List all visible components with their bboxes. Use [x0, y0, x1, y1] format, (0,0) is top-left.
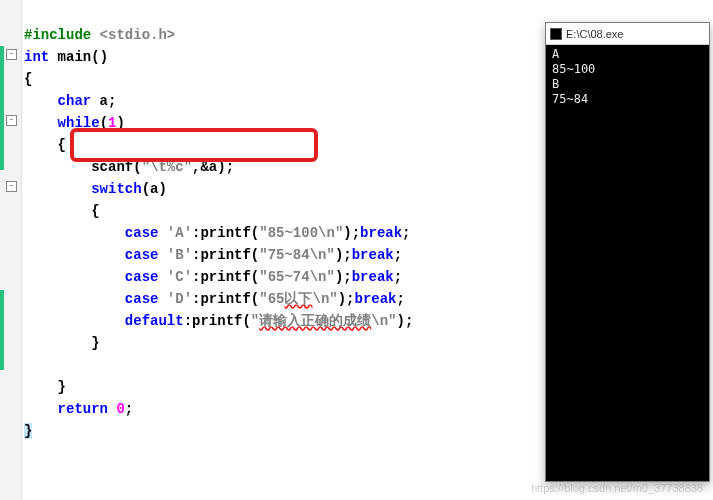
switch-arg: (a): [142, 181, 167, 197]
string: "75~84\n": [259, 247, 335, 263]
kw-case: case: [125, 269, 159, 285]
end: );: [335, 247, 352, 263]
console-window[interactable]: E:\C\08.exe A 85~100 B 75~84: [545, 22, 710, 482]
var-a: a;: [91, 93, 116, 109]
semi: ;: [125, 401, 133, 417]
brace: {: [91, 203, 99, 219]
console-icon: [550, 28, 562, 40]
code-area[interactable]: #include <stdio.h> int main() { char a; …: [24, 2, 413, 464]
string-post: \n": [371, 313, 396, 329]
semi: ;: [394, 269, 402, 285]
semi: ;: [397, 291, 405, 307]
kw-break: break: [360, 225, 402, 241]
kw-switch: switch: [91, 181, 141, 197]
call-printf: :printf(: [192, 247, 259, 263]
string-pre: ": [251, 313, 259, 329]
semi: ;: [402, 225, 410, 241]
end: );: [343, 225, 360, 241]
kw-break: break: [352, 247, 394, 263]
kw-case: case: [125, 225, 159, 241]
brace: }: [91, 335, 99, 351]
console-output: A 85~100 B 75~84: [546, 45, 709, 109]
kw-default: default: [125, 313, 184, 329]
literal-0: 0: [108, 401, 125, 417]
code-editor[interactable]: - - - #include <stdio.h> int main() { ch…: [0, 0, 540, 500]
parens: (): [91, 49, 108, 65]
fold-toggle[interactable]: -: [6, 115, 17, 126]
kw-return: return: [58, 401, 108, 417]
char-lit: 'A': [158, 225, 192, 241]
console-title: E:\C\08.exe: [566, 28, 623, 40]
end: );: [335, 269, 352, 285]
semi: ;: [394, 247, 402, 263]
brace: {: [24, 71, 32, 87]
fold-toggle[interactable]: -: [6, 49, 17, 60]
string-cjk: 以下: [284, 291, 312, 307]
watermark: https://blog.csdn.net/m0_37738838: [531, 482, 703, 494]
char-lit: 'B': [158, 247, 192, 263]
kw-break: break: [352, 269, 394, 285]
console-titlebar[interactable]: E:\C\08.exe: [546, 23, 709, 45]
highlight-box: [70, 128, 318, 162]
call-printf: :printf(: [192, 225, 259, 241]
string: "65~74\n": [259, 269, 335, 285]
fn-main: main: [49, 49, 91, 65]
string-pre: "65: [259, 291, 284, 307]
char-lit: 'D': [158, 291, 192, 307]
preproc: #include: [24, 27, 91, 43]
call-printf: :printf(: [184, 313, 251, 329]
call-printf: :printf(: [192, 269, 259, 285]
char-lit: 'C': [158, 269, 192, 285]
call-printf: :printf(: [192, 291, 259, 307]
kw-case: case: [125, 291, 159, 307]
brace: {: [58, 137, 66, 153]
brace: }: [58, 379, 66, 395]
header-name: <stdio.h>: [91, 27, 175, 43]
kw-char: char: [58, 93, 92, 109]
kw-break: break: [355, 291, 397, 307]
end: );: [396, 313, 413, 329]
gutter: - - -: [0, 0, 22, 500]
fold-toggle[interactable]: -: [6, 181, 17, 192]
change-marker: [0, 290, 4, 370]
string: "85~100\n": [259, 225, 343, 241]
string-cjk: 请输入正确的成绩: [259, 313, 371, 329]
kw-case: case: [125, 247, 159, 263]
brace: }: [24, 423, 32, 439]
change-marker: [0, 46, 4, 170]
end: );: [338, 291, 355, 307]
string-post: \n": [312, 291, 337, 307]
kw-int: int: [24, 49, 49, 65]
